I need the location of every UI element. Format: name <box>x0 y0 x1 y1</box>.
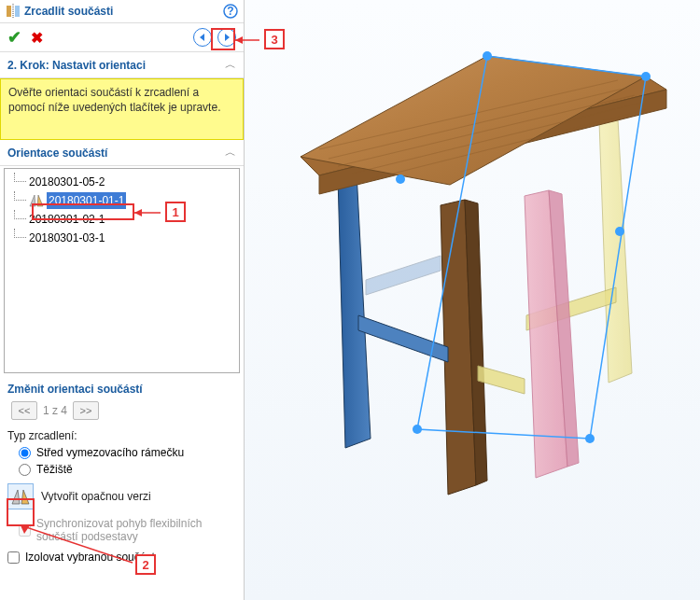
panel-title: Zrcadlit součásti <box>24 5 223 18</box>
callout-2: 2 <box>135 554 156 575</box>
cancel-button[interactable]: ✖ <box>31 29 43 47</box>
chevron-up-icon: ︿ <box>225 145 236 160</box>
callout-1: 1 <box>165 202 186 222</box>
svg-rect-1 <box>15 6 20 17</box>
sync-flex-checkbox <box>19 524 31 537</box>
orientation-header-label: Orientace součástí <box>7 147 225 160</box>
radio-centroid[interactable]: Těžiště <box>0 461 244 478</box>
svg-text:?: ? <box>227 5 233 18</box>
part-mirror-icon <box>29 194 44 207</box>
svg-point-9 <box>396 174 405 184</box>
tree-item[interactable]: 20180301-02-1 <box>7 210 237 229</box>
svg-point-7 <box>585 434 595 443</box>
step-label: 2. Krok: Nastavit orientaci <box>7 59 225 72</box>
create-opposite-button[interactable] <box>7 483 34 509</box>
graphics-viewport[interactable] <box>245 0 700 600</box>
tree-item-label: 20180301-03-1 <box>29 230 105 246</box>
radio-label: Střed vymezovacího rámečku <box>36 446 184 459</box>
mirror-feature-icon <box>6 4 21 19</box>
sync-flex-row: Synchronizovat pohyb flexibilních součás… <box>0 515 244 545</box>
callout-3: 3 <box>264 29 285 49</box>
radio-centroid-input[interactable] <box>19 464 31 476</box>
isolate-checkbox[interactable] <box>7 551 20 564</box>
ok-button[interactable]: ✔ <box>7 27 21 48</box>
create-opposite-row: Vytvořit opačnou verzi <box>0 478 244 515</box>
pager-next-button[interactable]: >> <box>73 401 99 420</box>
nav-buttons <box>193 28 236 47</box>
svg-point-8 <box>413 425 422 434</box>
pager-label: 1 z 4 <box>43 404 67 417</box>
help-icon[interactable]: ? <box>223 4 238 19</box>
tree-item[interactable]: 20180301-03-1 <box>7 229 237 247</box>
orientation-pager: << 1 z 4 >> <box>0 399 244 427</box>
svg-point-5 <box>483 51 492 61</box>
property-panel: Zrcadlit součásti ? ✔ ✖ 2. Krok: Nastavi… <box>0 0 245 600</box>
tree-item[interactable]: 20180301-01-1 <box>7 191 237 210</box>
radio-label: Těžiště <box>36 463 73 476</box>
radio-bbox-center[interactable]: Střed vymezovacího rámečku <box>0 444 244 461</box>
isolate-row[interactable]: Izolovat vybranou součást <box>0 545 244 565</box>
back-button[interactable] <box>193 28 212 47</box>
svg-point-6 <box>641 72 651 81</box>
tree-item-label: 20180301-05-2 <box>29 174 105 190</box>
pager-prev-button[interactable]: << <box>11 401 37 420</box>
panel-title-bar: Zrcadlit součásti ? <box>0 0 244 23</box>
mirror-type-label: Typ zrcadlení: <box>0 427 244 444</box>
chevron-up-icon: ︿ <box>225 57 236 73</box>
next-button[interactable] <box>217 28 236 47</box>
change-orientation-header: Změnit orientaci součástí <box>0 381 244 399</box>
tree-item-label: 20180301-01-1 <box>47 192 126 209</box>
radio-bbox-input[interactable] <box>19 447 31 459</box>
sync-flex-label: Synchronizovat pohyb flexibilních součás… <box>36 517 236 543</box>
orientation-header[interactable]: Orientace součástí ︿ <box>0 140 244 166</box>
tree-item-label: 20180301-02-1 <box>29 211 105 228</box>
step-header[interactable]: 2. Krok: Nastavit orientaci ︿ <box>0 52 244 78</box>
svg-rect-0 <box>7 6 11 17</box>
hint-box: Ověřte orientaci součástí k zrcadlení a … <box>0 78 244 140</box>
svg-point-10 <box>615 227 624 236</box>
orientation-tree[interactable]: 20180301-05-2 20180301-01-1 20180301-02-… <box>4 168 240 373</box>
tree-item[interactable]: 20180301-05-2 <box>7 173 237 191</box>
create-opposite-label: Vytvořit opačnou verzi <box>41 490 151 503</box>
action-row: ✔ ✖ <box>0 23 244 52</box>
